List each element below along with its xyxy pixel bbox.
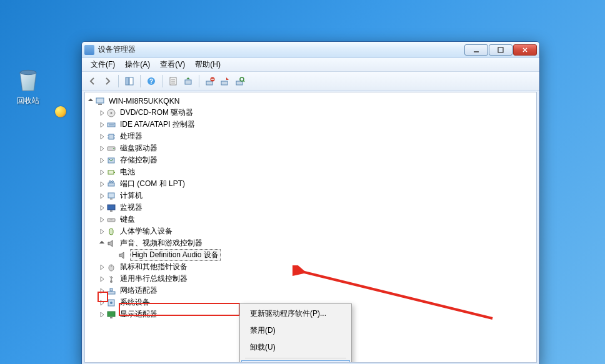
- tree-node-monitor[interactable]: 监视器: [86, 202, 535, 214]
- expander-icon[interactable]: [109, 251, 118, 260]
- tree-node-disc[interactable]: DVD/CD-ROM 驱动器: [86, 107, 535, 119]
- tree-node-usb[interactable]: 通用串行总线控制器: [86, 273, 535, 285]
- expander-icon[interactable]: [98, 227, 106, 236]
- tree-node-hid[interactable]: 人体学输入设备: [86, 225, 535, 237]
- update-driver-button[interactable]: [181, 74, 195, 88]
- svg-point-37: [112, 180, 114, 182]
- show-hide-tree-button[interactable]: [122, 74, 136, 88]
- svg-point-31: [113, 148, 114, 149]
- menu-file[interactable]: 文件(F): [86, 58, 120, 71]
- expander-icon[interactable]: [86, 97, 95, 106]
- expander-icon[interactable]: [98, 275, 106, 283]
- svg-rect-25: [109, 134, 114, 139]
- svg-rect-20: [98, 104, 102, 105]
- maximize-button[interactable]: [489, 44, 512, 56]
- device-manager-window: 设备管理器 文件(F) 操作(A) 查看(V) 帮助(H) ?: [81, 41, 540, 364]
- tree-node-label: 监视器: [119, 202, 144, 213]
- usb-icon: [106, 274, 116, 284]
- minimize-button[interactable]: [464, 44, 488, 56]
- help-button[interactable]: ?: [144, 74, 158, 88]
- expander-icon[interactable]: [98, 121, 106, 129]
- disable-button[interactable]: [218, 74, 232, 88]
- svg-rect-38: [108, 193, 114, 198]
- menu-view[interactable]: 查看(V): [155, 58, 190, 71]
- ctx-disable[interactable]: 禁用(D): [241, 322, 350, 339]
- recycle-bin-desktop-icon[interactable]: 回收站: [6, 66, 50, 106]
- expander-icon[interactable]: [98, 263, 106, 272]
- expander-icon[interactable]: [98, 215, 106, 224]
- battery-icon: [106, 167, 116, 177]
- expander-icon[interactable]: [98, 239, 106, 248]
- tree-node-label: 系统设备: [119, 297, 151, 308]
- close-button[interactable]: [513, 44, 537, 56]
- tree-node-label: 计算机: [119, 190, 144, 201]
- display-icon: [106, 310, 116, 320]
- expander-icon[interactable]: [98, 310, 106, 319]
- svg-rect-32: [108, 158, 114, 163]
- hid-icon: [106, 227, 116, 237]
- expander-icon[interactable]: [98, 204, 106, 212]
- tree-node-label: 人体学输入设备: [119, 226, 174, 237]
- tree-node-label: 磁盘驱动器: [119, 143, 159, 154]
- svg-rect-41: [110, 210, 112, 212]
- tree-node-cpu[interactable]: 处理器: [86, 130, 535, 142]
- svg-text:?: ?: [149, 78, 153, 85]
- tree-child-sound[interactable]: High Definition Audio 设备: [86, 249, 535, 261]
- tree-node-mouse[interactable]: 鼠标和其他指针设备: [86, 261, 535, 273]
- svg-rect-19: [96, 98, 104, 103]
- tree-node-keyboard[interactable]: 键盘: [86, 214, 535, 225]
- expander-icon[interactable]: [98, 192, 106, 200]
- tree-node-battery[interactable]: 电池: [86, 166, 535, 178]
- context-menu: 更新驱动程序软件(P)... 禁用(D) 卸载(U) 扫描检测硬件改动(A) 属…: [239, 303, 352, 363]
- tree-node-sound[interactable]: 声音、视频和游戏控制器: [86, 237, 535, 249]
- ctx-scan-hw[interactable]: 扫描检测硬件改动(A): [241, 360, 350, 363]
- tree-node-network[interactable]: 网络适配器: [86, 285, 535, 297]
- tree-node-label: 存储控制器: [119, 155, 159, 165]
- tree-node-label: 显示适配器: [119, 309, 159, 320]
- svg-rect-39: [110, 199, 112, 200]
- cpu-icon: [106, 132, 116, 142]
- shield-icon[interactable]: [55, 106, 66, 117]
- sound-icon: [118, 250, 128, 260]
- svg-rect-34: [114, 172, 115, 173]
- properties-button[interactable]: [166, 74, 180, 88]
- recycle-bin-label: 回收站: [6, 96, 50, 106]
- expander-icon[interactable]: [98, 298, 106, 307]
- tree-node-storage[interactable]: 存储控制器: [86, 154, 535, 166]
- expander-icon[interactable]: [98, 168, 106, 177]
- svg-rect-56: [108, 312, 115, 317]
- titlebar[interactable]: 设备管理器: [82, 42, 539, 58]
- taskbar-partial: [55, 106, 68, 226]
- ctx-uninstall[interactable]: 卸载(U): [241, 339, 350, 356]
- tree-node-label: DVD/CD-ROM 驱动器: [119, 107, 194, 118]
- forward-button[interactable]: [101, 74, 114, 88]
- expander-icon[interactable]: [98, 144, 106, 153]
- menu-action[interactable]: 操作(A): [120, 58, 155, 71]
- tree-node-label: 鼠标和其他指针设备: [119, 262, 189, 272]
- scan-hw-button[interactable]: [233, 74, 247, 88]
- menu-help[interactable]: 帮助(H): [190, 58, 226, 71]
- svg-point-22: [111, 112, 112, 114]
- svg-rect-12: [206, 81, 212, 85]
- back-button[interactable]: [86, 74, 99, 88]
- tree-node-label: 键盘: [119, 214, 136, 225]
- tree-pane[interactable]: WIN-MI8R5UKKQKNDVD/CD-ROM 驱动器IDE ATA/ATA…: [84, 92, 537, 363]
- expander-icon[interactable]: [98, 180, 106, 189]
- uninstall-button[interactable]: [203, 74, 217, 88]
- tree-node-computer[interactable]: 计算机: [86, 190, 535, 202]
- svg-rect-40: [108, 205, 115, 210]
- svg-rect-2: [498, 47, 503, 52]
- expander-icon[interactable]: [98, 156, 106, 165]
- tree-node-disk[interactable]: 磁盘驱动器: [86, 142, 535, 154]
- tree-node-port[interactable]: 端口 (COM 和 LPT): [86, 178, 535, 190]
- port-icon: [106, 179, 116, 189]
- expander-icon[interactable]: [98, 287, 106, 295]
- expander-icon[interactable]: [98, 109, 106, 117]
- expander-icon[interactable]: [98, 132, 106, 141]
- tree-node-label: 电池: [119, 167, 136, 177]
- tree-root-node[interactable]: WIN-MI8R5UKKQKN: [86, 95, 535, 107]
- svg-rect-3: [126, 77, 129, 85]
- tree-node-ide[interactable]: IDE ATA/ATAPI 控制器: [86, 119, 535, 130]
- svg-rect-52: [110, 288, 112, 291]
- ctx-update-driver[interactable]: 更新驱动程序软件(P)...: [241, 305, 350, 322]
